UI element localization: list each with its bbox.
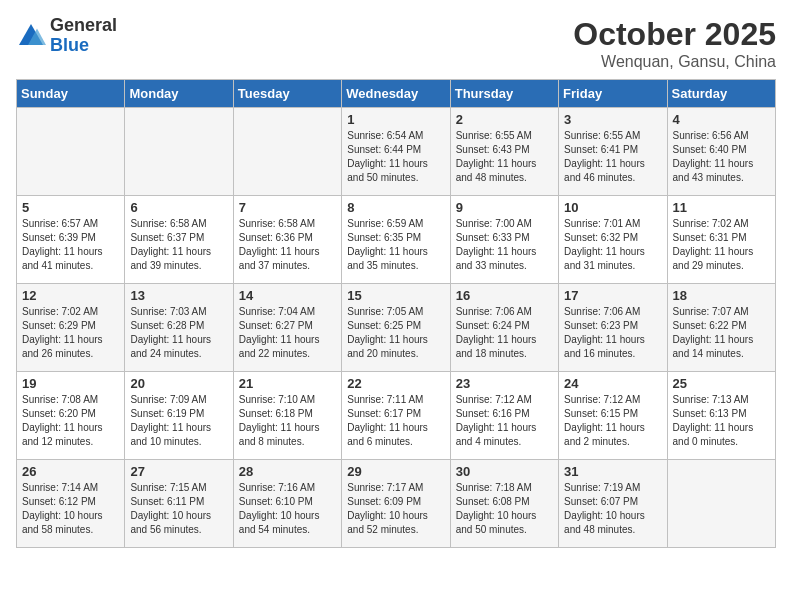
day-number: 31 <box>564 464 661 479</box>
calendar-cell: 11Sunrise: 7:02 AM Sunset: 6:31 PM Dayli… <box>667 196 775 284</box>
calendar-cell: 8Sunrise: 6:59 AM Sunset: 6:35 PM Daylig… <box>342 196 450 284</box>
day-number: 20 <box>130 376 227 391</box>
calendar-cell: 25Sunrise: 7:13 AM Sunset: 6:13 PM Dayli… <box>667 372 775 460</box>
day-info: Sunrise: 7:09 AM Sunset: 6:19 PM Dayligh… <box>130 393 227 449</box>
calendar-cell: 4Sunrise: 6:56 AM Sunset: 6:40 PM Daylig… <box>667 108 775 196</box>
calendar-cell: 26Sunrise: 7:14 AM Sunset: 6:12 PM Dayli… <box>17 460 125 548</box>
day-info: Sunrise: 7:02 AM Sunset: 6:31 PM Dayligh… <box>673 217 770 273</box>
header-thursday: Thursday <box>450 80 558 108</box>
day-info: Sunrise: 7:19 AM Sunset: 6:07 PM Dayligh… <box>564 481 661 537</box>
day-info: Sunrise: 6:55 AM Sunset: 6:41 PM Dayligh… <box>564 129 661 185</box>
day-info: Sunrise: 7:03 AM Sunset: 6:28 PM Dayligh… <box>130 305 227 361</box>
days-header-row: SundayMondayTuesdayWednesdayThursdayFrid… <box>17 80 776 108</box>
calendar-cell: 6Sunrise: 6:58 AM Sunset: 6:37 PM Daylig… <box>125 196 233 284</box>
week-row-4: 19Sunrise: 7:08 AM Sunset: 6:20 PM Dayli… <box>17 372 776 460</box>
calendar-cell <box>233 108 341 196</box>
day-number: 4 <box>673 112 770 127</box>
day-number: 8 <box>347 200 444 215</box>
day-info: Sunrise: 7:08 AM Sunset: 6:20 PM Dayligh… <box>22 393 119 449</box>
calendar-cell: 22Sunrise: 7:11 AM Sunset: 6:17 PM Dayli… <box>342 372 450 460</box>
day-info: Sunrise: 6:57 AM Sunset: 6:39 PM Dayligh… <box>22 217 119 273</box>
day-number: 25 <box>673 376 770 391</box>
day-info: Sunrise: 6:54 AM Sunset: 6:44 PM Dayligh… <box>347 129 444 185</box>
header-monday: Monday <box>125 80 233 108</box>
day-info: Sunrise: 7:18 AM Sunset: 6:08 PM Dayligh… <box>456 481 553 537</box>
logo-blue: Blue <box>50 36 117 56</box>
calendar-cell: 15Sunrise: 7:05 AM Sunset: 6:25 PM Dayli… <box>342 284 450 372</box>
day-info: Sunrise: 7:14 AM Sunset: 6:12 PM Dayligh… <box>22 481 119 537</box>
day-info: Sunrise: 7:06 AM Sunset: 6:23 PM Dayligh… <box>564 305 661 361</box>
header-saturday: Saturday <box>667 80 775 108</box>
day-number: 19 <box>22 376 119 391</box>
day-info: Sunrise: 7:05 AM Sunset: 6:25 PM Dayligh… <box>347 305 444 361</box>
month-title: October 2025 <box>573 16 776 53</box>
day-number: 28 <box>239 464 336 479</box>
day-number: 26 <box>22 464 119 479</box>
day-number: 14 <box>239 288 336 303</box>
week-row-2: 5Sunrise: 6:57 AM Sunset: 6:39 PM Daylig… <box>17 196 776 284</box>
day-info: Sunrise: 7:07 AM Sunset: 6:22 PM Dayligh… <box>673 305 770 361</box>
calendar-cell: 10Sunrise: 7:01 AM Sunset: 6:32 PM Dayli… <box>559 196 667 284</box>
calendar-cell <box>667 460 775 548</box>
day-number: 1 <box>347 112 444 127</box>
week-row-3: 12Sunrise: 7:02 AM Sunset: 6:29 PM Dayli… <box>17 284 776 372</box>
day-info: Sunrise: 7:15 AM Sunset: 6:11 PM Dayligh… <box>130 481 227 537</box>
day-info: Sunrise: 7:00 AM Sunset: 6:33 PM Dayligh… <box>456 217 553 273</box>
logo: General Blue <box>16 16 117 56</box>
day-info: Sunrise: 7:13 AM Sunset: 6:13 PM Dayligh… <box>673 393 770 449</box>
header-friday: Friday <box>559 80 667 108</box>
header-wednesday: Wednesday <box>342 80 450 108</box>
week-row-5: 26Sunrise: 7:14 AM Sunset: 6:12 PM Dayli… <box>17 460 776 548</box>
calendar-cell: 2Sunrise: 6:55 AM Sunset: 6:43 PM Daylig… <box>450 108 558 196</box>
day-number: 22 <box>347 376 444 391</box>
calendar-cell: 12Sunrise: 7:02 AM Sunset: 6:29 PM Dayli… <box>17 284 125 372</box>
day-info: Sunrise: 6:55 AM Sunset: 6:43 PM Dayligh… <box>456 129 553 185</box>
location: Wenquan, Gansu, China <box>573 53 776 71</box>
header-sunday: Sunday <box>17 80 125 108</box>
calendar-cell: 5Sunrise: 6:57 AM Sunset: 6:39 PM Daylig… <box>17 196 125 284</box>
day-info: Sunrise: 7:10 AM Sunset: 6:18 PM Dayligh… <box>239 393 336 449</box>
calendar-cell: 18Sunrise: 7:07 AM Sunset: 6:22 PM Dayli… <box>667 284 775 372</box>
day-number: 30 <box>456 464 553 479</box>
day-number: 16 <box>456 288 553 303</box>
calendar-cell: 29Sunrise: 7:17 AM Sunset: 6:09 PM Dayli… <box>342 460 450 548</box>
calendar-cell: 9Sunrise: 7:00 AM Sunset: 6:33 PM Daylig… <box>450 196 558 284</box>
calendar-cell: 17Sunrise: 7:06 AM Sunset: 6:23 PM Dayli… <box>559 284 667 372</box>
header-tuesday: Tuesday <box>233 80 341 108</box>
calendar-cell: 27Sunrise: 7:15 AM Sunset: 6:11 PM Dayli… <box>125 460 233 548</box>
day-number: 21 <box>239 376 336 391</box>
calendar-cell <box>125 108 233 196</box>
day-number: 15 <box>347 288 444 303</box>
calendar-cell: 31Sunrise: 7:19 AM Sunset: 6:07 PM Dayli… <box>559 460 667 548</box>
calendar-cell: 21Sunrise: 7:10 AM Sunset: 6:18 PM Dayli… <box>233 372 341 460</box>
logo-text: General Blue <box>50 16 117 56</box>
day-number: 23 <box>456 376 553 391</box>
calendar-cell: 23Sunrise: 7:12 AM Sunset: 6:16 PM Dayli… <box>450 372 558 460</box>
calendar-cell: 13Sunrise: 7:03 AM Sunset: 6:28 PM Dayli… <box>125 284 233 372</box>
calendar-cell: 30Sunrise: 7:18 AM Sunset: 6:08 PM Dayli… <box>450 460 558 548</box>
title-block: October 2025 Wenquan, Gansu, China <box>573 16 776 71</box>
day-info: Sunrise: 7:04 AM Sunset: 6:27 PM Dayligh… <box>239 305 336 361</box>
day-number: 18 <box>673 288 770 303</box>
day-info: Sunrise: 6:58 AM Sunset: 6:36 PM Dayligh… <box>239 217 336 273</box>
day-info: Sunrise: 7:01 AM Sunset: 6:32 PM Dayligh… <box>564 217 661 273</box>
day-number: 5 <box>22 200 119 215</box>
calendar-cell: 24Sunrise: 7:12 AM Sunset: 6:15 PM Dayli… <box>559 372 667 460</box>
calendar-cell: 14Sunrise: 7:04 AM Sunset: 6:27 PM Dayli… <box>233 284 341 372</box>
calendar-cell: 28Sunrise: 7:16 AM Sunset: 6:10 PM Dayli… <box>233 460 341 548</box>
day-number: 6 <box>130 200 227 215</box>
day-info: Sunrise: 7:12 AM Sunset: 6:16 PM Dayligh… <box>456 393 553 449</box>
calendar-cell: 7Sunrise: 6:58 AM Sunset: 6:36 PM Daylig… <box>233 196 341 284</box>
day-info: Sunrise: 7:12 AM Sunset: 6:15 PM Dayligh… <box>564 393 661 449</box>
day-number: 29 <box>347 464 444 479</box>
day-number: 13 <box>130 288 227 303</box>
day-number: 10 <box>564 200 661 215</box>
day-number: 17 <box>564 288 661 303</box>
day-number: 24 <box>564 376 661 391</box>
day-info: Sunrise: 6:58 AM Sunset: 6:37 PM Dayligh… <box>130 217 227 273</box>
day-info: Sunrise: 7:16 AM Sunset: 6:10 PM Dayligh… <box>239 481 336 537</box>
day-number: 27 <box>130 464 227 479</box>
day-info: Sunrise: 7:02 AM Sunset: 6:29 PM Dayligh… <box>22 305 119 361</box>
day-number: 7 <box>239 200 336 215</box>
day-info: Sunrise: 6:56 AM Sunset: 6:40 PM Dayligh… <box>673 129 770 185</box>
